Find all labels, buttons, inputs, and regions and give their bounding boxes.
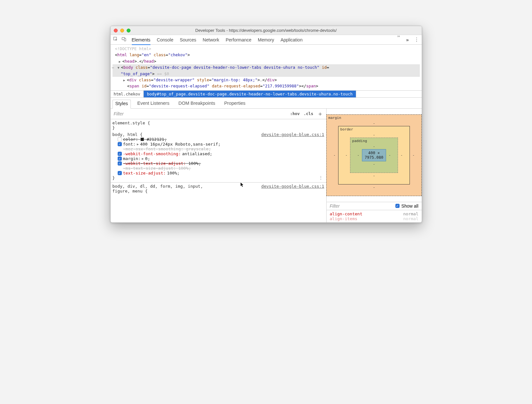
styles-filter-input[interactable]: Filter bbox=[114, 111, 286, 116]
tab-elements[interactable]: Elements bbox=[132, 37, 150, 45]
prop-margin[interactable]: ✓ margin:▶ 0; bbox=[113, 156, 324, 161]
prop-webkit-smoothing[interactable]: ✓ -webkit-font-smoothing: antialiased; bbox=[113, 151, 324, 156]
new-style-rule-icon[interactable]: ＋ bbox=[317, 110, 323, 118]
style-rules[interactable]: element.style { } devsite-google-blue.cs… bbox=[111, 119, 326, 198]
tab-network[interactable]: Network bbox=[203, 37, 219, 42]
tab-application[interactable]: Application bbox=[281, 37, 303, 42]
svg-rect-2 bbox=[124, 38, 126, 41]
dom-doctype[interactable]: <!DOCTYPE html> bbox=[113, 46, 420, 52]
crumb-filler bbox=[356, 91, 422, 97]
bm-content-size: 400 × 7975.080 bbox=[362, 149, 386, 161]
bm-margin-label: margin bbox=[329, 116, 341, 120]
subtab-dom-breakpoints[interactable]: DOM Breakpoints bbox=[176, 100, 218, 108]
tab-sources[interactable]: Sources bbox=[180, 37, 196, 42]
traffic-lights bbox=[114, 29, 131, 32]
rule-source-link[interactable]: devsite-google-blue.css:1 bbox=[261, 184, 324, 189]
rule-body-html[interactable]: devsite-google-blue.css:1 body, html { c… bbox=[113, 132, 324, 180]
title-bar[interactable]: Developer Tools - https://developers.goo… bbox=[111, 26, 422, 35]
dom-tree[interactable]: <!DOCTYPE html> <html lang="en" class="c… bbox=[111, 45, 422, 90]
toolbar-right: » ⋮ bbox=[396, 34, 419, 46]
computed-list[interactable]: align-content normal align-items normal bbox=[327, 210, 422, 222]
disclosure-triangle-open-icon[interactable]: ▼ bbox=[118, 65, 121, 70]
rule-selector[interactable]: body, div, dl, dd, form, img, input,figu… bbox=[113, 184, 203, 193]
prop-color[interactable]: color: #212121; bbox=[113, 137, 324, 142]
settings-menu-icon[interactable]: ⋮ bbox=[414, 37, 419, 43]
hov-toggle[interactable]: :hov bbox=[290, 111, 300, 116]
prop-toggle-checkbox[interactable]: ✓ bbox=[118, 152, 122, 156]
devtools-window: Developer Tools - https://developers.goo… bbox=[110, 26, 422, 223]
prop-toggle-checkbox[interactable] bbox=[118, 137, 122, 141]
rule-selector[interactable]: element.style { bbox=[113, 121, 150, 125]
cls-toggle[interactable]: .cls bbox=[303, 111, 313, 116]
prop-ms-tsa[interactable]: -ms-text-size-adjust: 100%; bbox=[113, 166, 324, 171]
bm-padding-label: padding bbox=[352, 139, 367, 143]
expand-shorthand-icon[interactable]: ▶ bbox=[137, 142, 139, 146]
overflow-indicator-icon: ⋯ bbox=[112, 65, 114, 71]
window-title: Developer Tools - https://developers.goo… bbox=[111, 28, 422, 33]
subtab-styles[interactable]: Styles bbox=[113, 100, 131, 109]
show-all-checkbox[interactable]: ✓ bbox=[395, 204, 400, 208]
subtab-properties[interactable]: Properties bbox=[221, 100, 248, 108]
expand-shorthand-icon[interactable]: ▶ bbox=[142, 157, 144, 160]
computed-row[interactable]: align-content normal bbox=[330, 211, 419, 216]
show-all-label[interactable]: Show all bbox=[401, 203, 419, 209]
rule-source-link[interactable]: devsite-google-blue.css:1 bbox=[261, 132, 324, 137]
styles-pane: Filter :hov .cls ＋ element.style { } dev… bbox=[111, 109, 327, 222]
inspect-element-icon[interactable] bbox=[113, 37, 118, 43]
dom-div-wrapper[interactable]: ▶<div class="devsite-wrapper" style="mar… bbox=[113, 77, 420, 83]
disclosure-triangle-icon[interactable]: ▶ bbox=[119, 59, 122, 64]
close-window-button[interactable] bbox=[114, 29, 118, 32]
prop-toggle-checkbox[interactable]: ✓ bbox=[118, 157, 122, 161]
dom-body-selected[interactable]: ⋯ ▼<body class="devsite-doc-page devsite… bbox=[113, 64, 420, 77]
prop-toggle-checkbox[interactable]: ✓ bbox=[118, 161, 122, 166]
rule-selector[interactable]: body, html { bbox=[113, 132, 143, 137]
more-tabs-icon[interactable] bbox=[396, 34, 401, 46]
color-swatch-icon[interactable] bbox=[140, 138, 144, 141]
panel-tabs: Elements Console Sources Network Perform… bbox=[132, 37, 396, 42]
styles-filter-bar: Filter :hov .cls ＋ bbox=[111, 109, 326, 119]
disclosure-triangle-icon[interactable]: ▶ bbox=[123, 78, 127, 83]
rule-body-div-etc[interactable]: devsite-google-blue.css:1 body, div, dl,… bbox=[113, 184, 324, 193]
rule-menu-icon[interactable]: ⋮ bbox=[319, 175, 323, 180]
dom-html-open[interactable]: <html lang="en" class="chekov"> bbox=[113, 52, 420, 58]
box-model[interactable]: margin - - border - - padding bbox=[327, 109, 422, 202]
computed-row[interactable]: align-items normal bbox=[330, 216, 419, 221]
crumb-html[interactable]: html.chekov bbox=[111, 91, 144, 97]
computed-pane: margin - - border - - padding bbox=[327, 109, 422, 222]
lower-panes: Filter :hov .cls ＋ element.style { } dev… bbox=[111, 109, 422, 222]
tab-console[interactable]: Console bbox=[157, 37, 173, 42]
device-toggle-icon[interactable] bbox=[122, 37, 127, 43]
prop-moz-smoothing[interactable]: -moz-osx-font-smoothing: grayscale; bbox=[113, 147, 324, 151]
prop-font[interactable]: ✓ font:▶ 400 16px/24px Roboto,sans-serif… bbox=[113, 142, 324, 147]
prop-toggle-checkbox[interactable]: ✓ bbox=[118, 142, 122, 146]
subtab-event-listeners[interactable]: Event Listeners bbox=[135, 100, 172, 108]
computed-filter-input[interactable]: Filter bbox=[330, 203, 395, 209]
prop-tsa[interactable]: ✓ text-size-adjust: 100%; bbox=[113, 171, 324, 175]
overflow-chevrons-icon[interactable]: » bbox=[406, 37, 409, 42]
prop-toggle-checkbox[interactable]: ✓ bbox=[118, 171, 122, 175]
minimize-window-button[interactable] bbox=[120, 29, 124, 32]
tab-memory[interactable]: Memory bbox=[258, 37, 274, 42]
computed-filter-bar: Filter ✓ Show all bbox=[327, 202, 422, 210]
rule-element-style[interactable]: element.style { } bbox=[113, 121, 324, 130]
bm-border-label: border bbox=[340, 127, 353, 131]
crumb-body-selected[interactable]: body#top_of_page.devsite-doc-page.devsit… bbox=[144, 91, 356, 97]
breadcrumb: html.chekov body#top_of_page.devsite-doc… bbox=[111, 90, 422, 98]
tab-performance[interactable]: Performance bbox=[226, 37, 251, 42]
prop-webkit-tsa[interactable]: ✓ -webkit-text-size-adjust: 100%; bbox=[113, 161, 324, 166]
main-toolbar: Elements Console Sources Network Perform… bbox=[111, 35, 422, 45]
dom-head[interactable]: ▶<head>…</head> bbox=[113, 58, 420, 64]
zoom-window-button[interactable] bbox=[127, 29, 131, 32]
styles-subtabs: Styles Event Listeners DOM Breakpoints P… bbox=[111, 98, 422, 109]
dom-span-request[interactable]: <span id="devsite-request-elapsed" data-… bbox=[113, 83, 420, 89]
